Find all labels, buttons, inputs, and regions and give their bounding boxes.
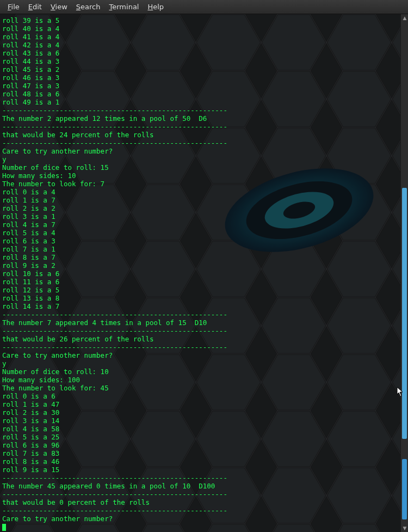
menubar: File Edit View Search Terminal Help — [0, 0, 408, 14]
scroll-thumb-secondary[interactable] — [402, 459, 407, 519]
terminal-cursor — [2, 524, 6, 531]
scroll-down-icon[interactable]: ▼ — [401, 524, 408, 532]
scrollbar[interactable]: ▲ ▼ — [400, 14, 408, 532]
scroll-track[interactable] — [401, 22, 408, 524]
menu-search[interactable]: Search — [72, 1, 105, 13]
menu-terminal[interactable]: Terminal — [105, 1, 144, 13]
scroll-thumb[interactable] — [402, 188, 407, 439]
menu-view[interactable]: View — [46, 1, 72, 13]
menu-file[interactable]: File — [3, 1, 24, 13]
terminal-output[interactable]: roll 39 is a 5 roll 40 is a 4 roll 41 is… — [0, 14, 408, 532]
menu-edit[interactable]: Edit — [24, 1, 46, 13]
scroll-up-icon[interactable]: ▲ — [401, 14, 408, 22]
menu-help[interactable]: Help — [143, 1, 168, 13]
terminal-area[interactable]: roll 39 is a 5 roll 40 is a 4 roll 41 is… — [0, 14, 408, 532]
